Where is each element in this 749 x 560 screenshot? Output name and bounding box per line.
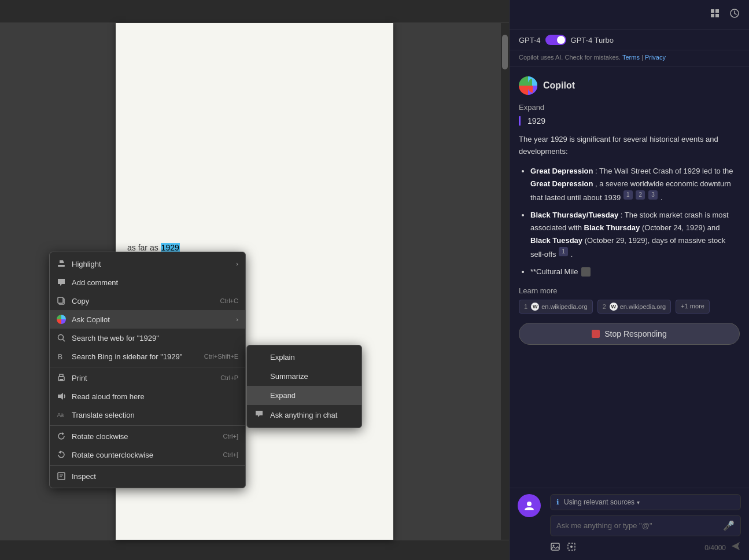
- copilot-content: Copilot Expand 1929 The year 1929 is sig…: [510, 67, 749, 488]
- menu-divider-3: [50, 465, 245, 466]
- grid-icon[interactable]: [710, 8, 720, 21]
- privacy-link[interactable]: Privacy: [645, 54, 666, 61]
- menu-item-translate[interactable]: Aa Translate selection: [50, 406, 245, 424]
- shortcut-search-bing: Ctrl+Shift+E: [204, 353, 238, 360]
- footer-actions: 0/4000: [550, 541, 741, 554]
- bold-great-depression: Great Depression: [530, 167, 593, 175]
- source-badge-2[interactable]: 2 W en.wikipedia.org: [597, 300, 671, 314]
- svg-rect-2: [58, 297, 63, 303]
- sources-toggle[interactable]: Using relevant sources ▾: [564, 498, 640, 506]
- menu-label-add-comment: Add comment: [72, 278, 238, 287]
- inspect-icon: [57, 471, 66, 481]
- send-button[interactable]: [730, 541, 741, 554]
- mic-icon[interactable]: 🎤: [723, 520, 735, 531]
- menu-item-highlight[interactable]: Highlight ›: [50, 255, 245, 273]
- svg-point-3: [58, 335, 64, 340]
- svg-marker-9: [58, 393, 63, 400]
- quote-text: 1929: [527, 116, 545, 126]
- history-icon[interactable]: [729, 8, 740, 21]
- learn-more-label: Learn more: [519, 286, 740, 295]
- svg-point-24: [553, 544, 555, 546]
- menu-item-rotate-ccw[interactable]: Rotate counterclockwise Ctrl+[: [50, 445, 245, 464]
- text-before: as far as: [127, 243, 158, 252]
- pdf-content: as far as 1929 Highlight ›: [0, 23, 509, 540]
- menu-item-search-web[interactable]: Search the web for "1929": [50, 329, 245, 347]
- menu-item-copy[interactable]: Copy Ctrl+C: [50, 292, 245, 310]
- quote-block: 1929: [519, 116, 740, 126]
- menu-label-search-bing: Search Bing in sidebar for "1929": [72, 352, 198, 361]
- print-icon: [57, 373, 66, 382]
- menu-label-copy: Copy: [72, 297, 215, 305]
- plus-more-badge[interactable]: +1 more: [676, 300, 710, 314]
- menu-item-add-comment[interactable]: Add comment: [50, 273, 245, 292]
- menu-label-print: Print: [72, 374, 215, 382]
- terms-link[interactable]: Terms: [622, 54, 640, 61]
- submenu-label-ask-chat: Ask anything in chat: [270, 411, 337, 419]
- pdf-text: as far as 1929: [127, 243, 180, 252]
- copilot-header: [510, 0, 749, 30]
- selection-icon[interactable]: [566, 541, 577, 554]
- bold-black-thursday-2: Black Thursday: [584, 223, 640, 232]
- svg-line-4: [63, 340, 65, 342]
- cite-2[interactable]: 2: [636, 190, 645, 200]
- menu-item-print[interactable]: Print Ctrl+P: [50, 369, 245, 387]
- svg-text:B: B: [58, 353, 62, 361]
- footer-right: ℹ Using relevant sources ▾ 🎤: [550, 494, 741, 554]
- char-count: 0/4000: [704, 544, 726, 552]
- image-icon[interactable]: [550, 541, 560, 554]
- incomplete-item: **Cultural Mile: [530, 266, 740, 278]
- submenu-label-expand: Expand: [270, 391, 296, 400]
- menu-item-search-bing[interactable]: B Search Bing in sidebar for "1929" Ctrl…: [50, 347, 245, 366]
- copilot-title: Copilot: [543, 80, 575, 91]
- response-intro: The year 1929 is significant for several…: [519, 134, 740, 158]
- sources-toggle-label: Using relevant sources: [564, 498, 634, 506]
- header-icons: [710, 8, 740, 21]
- svg-marker-11: [62, 432, 64, 435]
- svg-point-26: [570, 546, 573, 548]
- disclaimer-text: Copilot uses AI. Check for mistakes.: [519, 54, 621, 61]
- source-num-1: 1: [524, 303, 527, 310]
- submenu-label-explain: Explain: [270, 353, 295, 362]
- menu-item-inspect[interactable]: Inspect: [50, 467, 245, 485]
- footer-bottom: ℹ Using relevant sources ▾ 🎤: [518, 494, 741, 554]
- menu-item-rotate-cw[interactable]: Rotate clockwise Ctrl+]: [50, 427, 245, 445]
- svg-marker-12: [58, 451, 61, 454]
- svg-rect-17: [715, 9, 719, 13]
- user-avatar: [518, 494, 541, 517]
- menu-divider-1: [50, 367, 245, 367]
- menu-item-read-aloud[interactable]: Read aloud from here: [50, 387, 245, 406]
- source-badge-1[interactable]: 1 W en.wikipedia.org: [519, 300, 593, 314]
- chat-input-row: 🎤: [550, 515, 741, 536]
- copilot-submenu: Explain Summarize Expand Ask an: [246, 345, 362, 428]
- highlighted-word: 1929: [161, 243, 180, 252]
- menu-label-rotate-cw: Rotate clockwise: [72, 432, 217, 441]
- cite-3[interactable]: 3: [648, 190, 658, 200]
- submenu-summarize[interactable]: Summarize: [247, 367, 361, 386]
- pdf-bottom-bar: [0, 540, 509, 560]
- chat-input-field[interactable]: [556, 521, 718, 530]
- context-menu: Highlight › Add comment: [49, 252, 246, 488]
- chevron-down-icon: ▾: [637, 499, 640, 506]
- bold-black-tuesday: Black Tuesday: [530, 236, 582, 245]
- speaker-icon: [57, 392, 66, 401]
- submenu-ask-chat[interactable]: Ask anything in chat: [247, 405, 361, 425]
- submenu-expand[interactable]: Expand: [247, 386, 361, 405]
- stop-responding-button[interactable]: Stop Responding: [519, 323, 740, 345]
- copilot-logo: [519, 76, 537, 95]
- menu-item-ask-copilot[interactable]: Ask Copilot ›: [50, 310, 245, 329]
- cite-1[interactable]: 1: [623, 190, 633, 200]
- scrollbar-thumb[interactable]: [502, 35, 508, 69]
- model-toggle-switch[interactable]: [545, 35, 566, 45]
- gpt4-label: GPT-4: [519, 36, 541, 45]
- char-send-row: 0/4000: [704, 541, 741, 554]
- info-icon: ℹ: [556, 498, 559, 506]
- pdf-scrollbar[interactable]: [501, 23, 509, 540]
- svg-text:Aa: Aa: [57, 412, 64, 418]
- svg-rect-16: [711, 9, 714, 13]
- menu-label-ask-copilot: Ask Copilot: [72, 315, 230, 324]
- submenu-explain[interactable]: Explain: [247, 348, 361, 367]
- cite-bt-1[interactable]: 1: [559, 247, 568, 256]
- menu-label-translate: Translate selection: [72, 411, 238, 419]
- bullet-cultural-mile: **Cultural Mile: [530, 266, 740, 278]
- svg-rect-19: [715, 14, 719, 17]
